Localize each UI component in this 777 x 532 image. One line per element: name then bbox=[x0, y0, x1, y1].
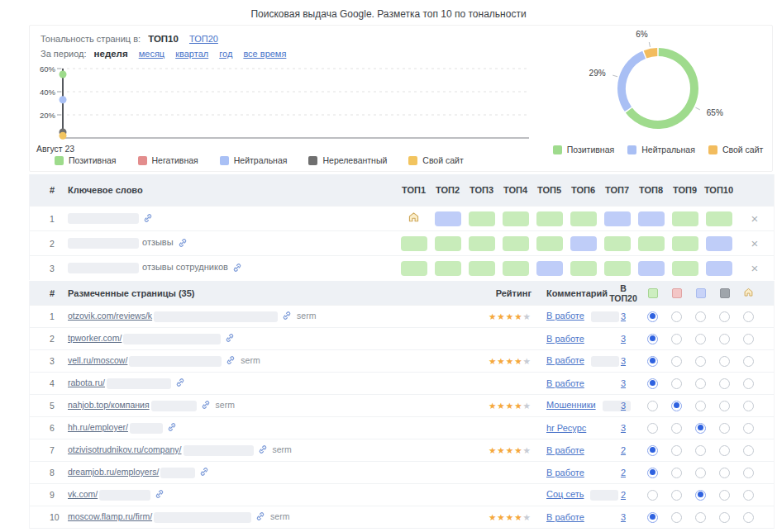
top20-count-link[interactable]: 3 bbox=[621, 334, 626, 344]
tone-radio-positive[interactable] bbox=[647, 311, 658, 322]
tone-radio-neutral[interactable] bbox=[695, 311, 706, 322]
comment-link[interactable]: В работе bbox=[546, 378, 584, 388]
external-link-icon[interactable] bbox=[199, 467, 209, 478]
external-link-icon[interactable] bbox=[225, 333, 235, 344]
comment-link[interactable]: Мошенники bbox=[546, 400, 596, 410]
tone-radio-irrelevant[interactable] bbox=[719, 423, 730, 434]
external-link-icon[interactable] bbox=[226, 355, 236, 367]
remove-keyword-button[interactable]: × bbox=[736, 236, 774, 250]
tone-radio-irrelevant[interactable] bbox=[719, 334, 730, 344]
top20-count-link[interactable]: 2 bbox=[621, 468, 626, 477]
tone-radio-positive[interactable] bbox=[647, 334, 658, 344]
tone-radio-own[interactable] bbox=[743, 512, 754, 523]
external-link-icon[interactable] bbox=[201, 400, 211, 411]
comment-link[interactable]: В работе bbox=[546, 512, 584, 522]
tone-radio-negative[interactable] bbox=[671, 512, 682, 523]
tone-radio-neutral[interactable] bbox=[695, 334, 706, 344]
tone-radio-own[interactable] bbox=[743, 334, 754, 344]
tone-radio-negative[interactable] bbox=[671, 490, 682, 501]
tone-radio-irrelevant[interactable] bbox=[719, 401, 730, 411]
external-link-icon[interactable] bbox=[175, 378, 185, 389]
remove-keyword-button[interactable]: × bbox=[736, 261, 774, 275]
tone-radio-irrelevant[interactable] bbox=[719, 445, 730, 456]
period-quarter[interactable]: квартал bbox=[175, 49, 208, 59]
tone-radio-own[interactable] bbox=[743, 356, 754, 367]
tone-radio-irrelevant[interactable] bbox=[719, 512, 730, 523]
tone-radio-neutral[interactable] bbox=[695, 445, 706, 456]
tone-radio-negative[interactable] bbox=[671, 468, 682, 478]
period-month[interactable]: месяц bbox=[139, 49, 164, 59]
tone-radio-irrelevant[interactable] bbox=[719, 356, 730, 367]
tone-radio-irrelevant[interactable] bbox=[719, 468, 730, 478]
tone-radio-positive[interactable] bbox=[647, 512, 658, 523]
top20-count-link[interactable]: 3 bbox=[621, 512, 626, 522]
tone-radio-positive[interactable] bbox=[647, 378, 658, 389]
tone-radio-neutral[interactable] bbox=[695, 512, 706, 523]
tone-radio-neutral[interactable] bbox=[695, 401, 706, 411]
external-link-icon[interactable] bbox=[258, 444, 268, 456]
top20-count-link[interactable]: 3 bbox=[621, 311, 626, 321]
external-link-icon[interactable] bbox=[155, 489, 164, 501]
tone-radio-negative[interactable] bbox=[671, 356, 682, 367]
tone-radio-positive[interactable] bbox=[647, 401, 658, 411]
tone-radio-neutral[interactable] bbox=[695, 356, 706, 367]
period-year[interactable]: год bbox=[219, 49, 232, 59]
page-url-link[interactable]: nahjob.top/компания bbox=[68, 400, 150, 410]
top20-count-link[interactable]: 3 bbox=[621, 356, 626, 366]
tone-radio-neutral[interactable] bbox=[695, 490, 706, 501]
tone-radio-positive[interactable] bbox=[647, 468, 658, 478]
tone-radio-neutral[interactable] bbox=[695, 423, 706, 434]
tone-radio-positive[interactable] bbox=[647, 423, 658, 434]
comment-link[interactable]: В работе bbox=[546, 311, 584, 321]
external-link-icon[interactable] bbox=[167, 422, 177, 434]
top20-count-link[interactable]: 2 bbox=[621, 445, 626, 455]
tone-radio-negative[interactable] bbox=[671, 334, 682, 344]
tone-radio-positive[interactable] bbox=[647, 490, 658, 501]
tone-radio-negative[interactable] bbox=[671, 445, 682, 456]
top20-count-link[interactable]: 2 bbox=[621, 490, 626, 500]
period-week[interactable]: неделя bbox=[94, 49, 128, 59]
external-link-icon[interactable] bbox=[255, 511, 265, 523]
comment-link[interactable]: hr Ресурс bbox=[546, 423, 586, 433]
page-url-link[interactable]: otzivisotrudnikov.ru/company/ bbox=[68, 444, 182, 454]
tone-radio-own[interactable] bbox=[743, 311, 754, 322]
page-url-link[interactable]: rabota.ru/ bbox=[68, 378, 105, 387]
tone-radio-negative[interactable] bbox=[671, 401, 682, 411]
external-link-icon[interactable] bbox=[282, 311, 292, 322]
page-url-link[interactable]: moscow.flamp.ru/firm/ bbox=[68, 511, 152, 521]
remove-keyword-button[interactable]: × bbox=[736, 211, 774, 226]
tone-radio-positive[interactable] bbox=[647, 445, 658, 456]
page-url-link[interactable]: dreamjob.ru/employers/ bbox=[68, 467, 159, 477]
page-url-link[interactable]: hh.ru/employer/ bbox=[68, 422, 128, 432]
comment-link[interactable]: В работе bbox=[546, 334, 584, 344]
comment-link[interactable]: Соц сеть bbox=[546, 489, 584, 499]
tone-radio-own[interactable] bbox=[743, 378, 754, 389]
tone-radio-own[interactable] bbox=[743, 445, 754, 456]
external-link-icon[interactable] bbox=[178, 238, 188, 249]
external-link-icon[interactable] bbox=[232, 263, 242, 274]
tone-radio-neutral[interactable] bbox=[695, 468, 706, 478]
comment-link[interactable]: В работе bbox=[546, 445, 584, 455]
top20-count-link[interactable]: 3 bbox=[621, 401, 626, 411]
comment-link[interactable]: В работе bbox=[546, 355, 584, 365]
tone-radio-own[interactable] bbox=[743, 490, 754, 501]
period-alltime[interactable]: все время bbox=[243, 49, 286, 59]
tone-radio-neutral[interactable] bbox=[695, 378, 706, 389]
tone-radio-own[interactable] bbox=[743, 468, 754, 478]
external-link-icon[interactable] bbox=[143, 213, 153, 225]
tone-radio-irrelevant[interactable] bbox=[719, 311, 730, 322]
page-url-link[interactable]: otzovik.com/reviews/k bbox=[68, 311, 152, 321]
tone-radio-irrelevant[interactable] bbox=[719, 490, 730, 501]
top20-count-link[interactable]: 3 bbox=[621, 423, 626, 433]
page-url-link[interactable]: tpworker.com/ bbox=[68, 333, 122, 343]
top20-toggle[interactable]: ТОП20 bbox=[189, 34, 218, 44]
comment-link[interactable]: В работе bbox=[546, 468, 584, 477]
tone-radio-positive[interactable] bbox=[647, 356, 658, 367]
page-url-link[interactable]: vell.ru/moscow/ bbox=[68, 355, 127, 365]
tone-radio-negative[interactable] bbox=[671, 423, 682, 434]
top20-count-link[interactable]: 3 bbox=[621, 378, 626, 388]
tone-radio-irrelevant[interactable] bbox=[719, 378, 730, 389]
tone-radio-own[interactable] bbox=[743, 401, 754, 411]
tone-radio-negative[interactable] bbox=[671, 311, 682, 322]
tone-radio-negative[interactable] bbox=[671, 378, 682, 389]
